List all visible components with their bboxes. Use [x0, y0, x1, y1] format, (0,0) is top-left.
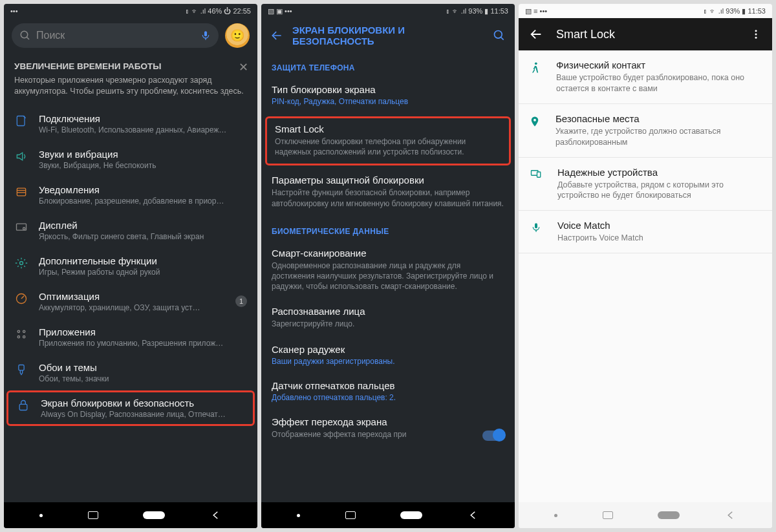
nav-home-button[interactable]	[658, 511, 680, 519]
display-icon	[15, 221, 28, 234]
search-icon[interactable]	[493, 29, 506, 42]
mic-icon[interactable]	[200, 30, 211, 41]
nav-dot-icon	[297, 514, 300, 517]
nav-back-button[interactable]	[468, 509, 479, 521]
nav-recent-button[interactable]	[88, 511, 98, 519]
item-title: Звуки и вибрация	[39, 149, 247, 160]
list-item-face-recognition[interactable]: Распознавание лица Зарегистрируйте лицо.	[261, 299, 515, 337]
item-title: Voice Match	[557, 220, 643, 231]
battery-tip-card[interactable]: УВЕЛИЧЕНИЕ ВРЕМЕНИ РАБОТЫ Некоторые прил…	[4, 53, 257, 106]
svg-point-24	[534, 119, 537, 122]
svg-line-1	[27, 37, 29, 39]
tip-title: УВЕЛИЧЕНИЕ ВРЕМЕНИ РАБОТЫ	[14, 61, 247, 72]
item-title: Смарт-сканирование	[272, 248, 504, 259]
lockscreen-security-screen: ▧ ▣ ••• ⫾ ᯤ .ıl 93% ▮ 11:53 ЭКРАН БЛОКИР…	[261, 4, 515, 528]
smartlock-list: Физический контактВаше устройство будет …	[519, 50, 772, 502]
item-sub: Игры, Режим работы одной рукой	[39, 268, 247, 277]
nav-home-button[interactable]	[143, 511, 165, 519]
close-icon[interactable]: ✕	[239, 59, 248, 75]
nav-back-button[interactable]	[725, 509, 737, 521]
list-item-lock-type[interactable]: Тип блокировки экрана PIN-код, Радужка, …	[261, 78, 515, 114]
page-header: ЭКРАН БЛОКИРОВКИ И БЕЗОПАСНОСТЬ	[261, 18, 515, 53]
item-sub: Добавлено отпечатков пальцев: 2.	[272, 393, 504, 402]
item-sub: Настройте функции безопасной блокировки,…	[272, 187, 504, 208]
list-item-body-detection[interactable]: Физический контактВаше устройство будет …	[519, 50, 772, 104]
status-right: ⫾ ᯤ .ıl 93% ▮ 11:53	[446, 7, 508, 16]
status-bar: ▧ ≡ ••• ⫾ ᯤ .ıl 93% ▮ 11:53	[519, 4, 772, 18]
item-title: Оптимизация	[39, 291, 225, 302]
item-sub: Блокирование, разрешение, добавление в п…	[39, 197, 247, 206]
item-title: Smart Lock	[275, 123, 501, 134]
list-item-apps[interactable]: ПриложенияПриложения по умолчанию, Разре…	[4, 319, 257, 355]
svg-point-10	[20, 261, 23, 264]
list-item-fingerprint[interactable]: Датчик отпечатков пальцев Добавлено отпе…	[261, 374, 515, 410]
lock-icon	[17, 399, 30, 412]
list-item-lockscreen-security[interactable]: Экран блокировки и безопасностьAlways On…	[6, 390, 255, 426]
toggle-switch[interactable]	[482, 431, 504, 441]
mic-icon	[531, 221, 541, 234]
list-item-advanced[interactable]: Дополнительные функцииИгры, Режим работы…	[4, 248, 257, 284]
nav-bar	[4, 502, 257, 528]
settings-main-screen: ••• ⫾ ᯤ .ıl 46% ⏻ 22:55 Поиск 🙂 УВЕЛИЧЕН…	[4, 4, 257, 528]
item-sub: Настроить Voice Match	[557, 233, 643, 244]
item-title: Подключения	[39, 113, 247, 124]
svg-point-20	[755, 30, 757, 32]
nav-back-button[interactable]	[210, 509, 222, 521]
item-sub: Отключение блокировки телефона при обнар…	[275, 136, 501, 157]
list-item-notifications[interactable]: УведомленияБлокирование, разрешение, доб…	[4, 177, 257, 213]
smart-lock-screen: ▧ ≡ ••• ⫾ ᯤ .ıl 93% ▮ 11:53 Smart Lock Ф…	[519, 4, 772, 528]
item-sub: Одновременное распознавание лица и радуж…	[272, 261, 504, 292]
nav-dot-icon	[554, 514, 557, 517]
item-title: Дополнительные функции	[39, 255, 247, 266]
item-sub: Отображение эффекта перехода при	[272, 429, 482, 440]
list-item-themes[interactable]: Обои и темыОбои, темы, значки	[4, 355, 257, 390]
item-title: Тип блокировки экрана	[272, 84, 504, 95]
nav-dot-icon	[39, 514, 43, 517]
tip-body: Некоторые приложения чрезмерно расходуют…	[14, 75, 247, 97]
pin-icon	[529, 114, 541, 129]
list-item-secure-lock-params[interactable]: Параметры защитной блокировки Настройте …	[261, 168, 515, 216]
nav-recent-button[interactable]	[603, 511, 613, 519]
svg-rect-26	[537, 172, 541, 177]
list-item-trusted-devices[interactable]: Надежные устройстваДобавьте устройства, …	[519, 158, 772, 211]
svg-rect-5	[17, 188, 25, 196]
item-sub: Приложения по умолчанию, Разрешения прил…	[39, 339, 247, 348]
list-item-iris-scanner[interactable]: Сканер радужек Ваши радужки зарегистриро…	[261, 337, 515, 374]
back-arrow-icon[interactable]	[270, 29, 283, 42]
svg-line-19	[501, 37, 504, 40]
list-item-connections[interactable]: ПодключенияWi-Fi, Bluetooth, Использован…	[4, 106, 257, 142]
item-sub: PIN-код, Радужка, Отпечатки пальцев	[272, 97, 504, 106]
list-item-voice-match[interactable]: Voice MatchНастроить Voice Match	[519, 211, 772, 253]
item-title: Приложения	[39, 326, 247, 337]
svg-rect-16	[19, 365, 24, 370]
item-sub: Always On Display, Распознавание лица, О…	[41, 410, 245, 419]
settings-list: ПодключенияWi-Fi, Bluetooth, Использован…	[4, 106, 257, 502]
svg-point-13	[23, 330, 25, 332]
status-left: ▧ ≡ •••	[525, 7, 547, 16]
gauge-icon	[15, 292, 28, 305]
gear-icon	[15, 257, 28, 270]
svg-point-14	[17, 335, 19, 337]
item-title: Параметры защитной блокировки	[272, 175, 504, 186]
list-item-smart-scan[interactable]: Смарт-сканирование Одновременное распозн…	[261, 241, 515, 300]
nav-recent-button[interactable]	[345, 511, 356, 519]
page-header: Smart Lock	[519, 18, 772, 50]
back-arrow-icon[interactable]	[529, 27, 543, 41]
list-item-trusted-places[interactable]: Безопасные местаУкажите, где устройство …	[519, 104, 772, 158]
list-item-sounds[interactable]: Звуки и вибрацияЗвуки, Вибрация, Не бесп…	[4, 142, 257, 177]
item-title: Сканер радужек	[272, 344, 504, 355]
list-item-smart-lock[interactable]: Smart Lock Отключение блокировки телефон…	[265, 116, 511, 165]
overflow-menu-icon[interactable]	[750, 28, 762, 40]
section-header-protection: ЗАЩИТА ТЕЛЕФОНА	[261, 53, 515, 78]
profile-avatar[interactable]: 🙂	[225, 23, 250, 48]
list-item-display[interactable]: ДисплейЯркость, Фильтр синего света, Гла…	[4, 213, 257, 248]
nav-home-button[interactable]	[400, 511, 422, 519]
count-badge: 1	[235, 295, 247, 307]
svg-point-18	[495, 31, 502, 39]
list-item-transition-effect[interactable]: Эффект перехода экрана Отображение эффек…	[261, 410, 515, 449]
connections-icon	[15, 114, 28, 127]
search-input[interactable]: Поиск	[12, 23, 219, 48]
list-item-optimization[interactable]: ОптимизацияАккумулятор, хранилище, ОЗУ, …	[4, 284, 257, 319]
item-title: Надежные устройства	[557, 167, 762, 178]
item-sub: Обои, темы, значки	[39, 374, 247, 383]
